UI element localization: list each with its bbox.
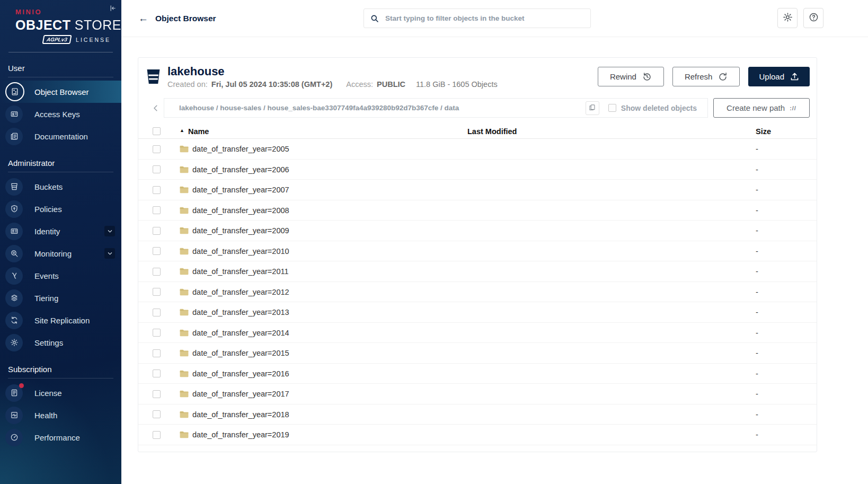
object-size: - xyxy=(746,165,817,174)
row-checkbox[interactable] xyxy=(153,410,161,418)
agpl-badge: AGPLv3 xyxy=(42,35,72,44)
folder-icon xyxy=(180,207,189,214)
sidebar-item-documentation[interactable]: Documentation xyxy=(0,125,121,147)
object-name[interactable]: date_of_transfer_year=2011 xyxy=(192,267,289,276)
row-checkbox[interactable] xyxy=(153,431,161,439)
sidebar-item-label: Events xyxy=(34,271,59,280)
folder-icon xyxy=(180,390,189,398)
upload-button[interactable]: Upload xyxy=(748,67,810,86)
path-toolbar: lakehouse / house-sales / house_sales-ba… xyxy=(152,98,810,118)
table-row: date_of_transfer_year=2006- xyxy=(138,160,817,180)
object-name[interactable]: date_of_transfer_year=2017 xyxy=(192,390,289,398)
bucket-meta: Created on: Fri, Jul 05 2024 10:35:08 (G… xyxy=(167,80,498,89)
row-checkbox[interactable] xyxy=(153,349,161,357)
sidebar-item-tiering[interactable]: Tiering xyxy=(0,287,121,309)
object-name[interactable]: date_of_transfer_year=2006 xyxy=(192,165,289,174)
settings-button[interactable] xyxy=(777,8,798,28)
object-name[interactable]: date_of_transfer_year=2016 xyxy=(192,369,289,378)
folder-icon xyxy=(180,431,189,438)
bucket-actions: Rewind Refresh Upload xyxy=(598,67,810,86)
object-browser-icon xyxy=(5,82,24,101)
table-row: date_of_transfer_year=2009- xyxy=(138,221,817,241)
sidebar-item-performance[interactable]: Performance xyxy=(0,426,121,448)
sidebar-item-identity[interactable]: Identity xyxy=(0,220,121,242)
sidebar-item-settings[interactable]: Settings xyxy=(0,331,121,354)
object-name[interactable]: date_of_transfer_year=2014 xyxy=(192,329,289,337)
row-checkbox[interactable] xyxy=(153,309,161,316)
object-size: - xyxy=(746,288,817,296)
search-icon xyxy=(370,14,379,23)
object-name[interactable]: date_of_transfer_year=2018 xyxy=(192,410,289,419)
object-name[interactable]: date_of_transfer_year=2010 xyxy=(192,247,289,256)
row-checkbox[interactable] xyxy=(153,288,161,296)
sidebar-item-label: Performance xyxy=(34,433,80,442)
row-checkbox[interactable] xyxy=(153,390,161,398)
row-checkbox[interactable] xyxy=(153,369,161,377)
column-last-modified[interactable]: Last Modified xyxy=(459,127,746,136)
row-checkbox[interactable] xyxy=(153,165,161,173)
object-name[interactable]: date_of_transfer_year=2009 xyxy=(192,226,289,235)
row-checkbox[interactable] xyxy=(153,227,161,235)
object-name[interactable]: date_of_transfer_year=2019 xyxy=(192,430,289,439)
object-name[interactable]: date_of_transfer_year=2008 xyxy=(192,206,289,215)
health-icon xyxy=(5,407,23,424)
chevron-down-icon[interactable] xyxy=(104,248,115,259)
sidebar-item-label: Policies xyxy=(34,205,62,214)
sidebar-item-license[interactable]: License xyxy=(0,382,121,404)
row-checkbox[interactable] xyxy=(153,329,161,337)
table-row: date_of_transfer_year=2012- xyxy=(138,282,817,303)
sidebar-item-object-browser[interactable]: Object Browser xyxy=(0,81,121,103)
table-row: date_of_transfer_year=2016- xyxy=(138,364,817,384)
show-deleted-checkbox[interactable] xyxy=(608,104,616,112)
top-header: ← Object Browser xyxy=(121,0,868,37)
upload-icon xyxy=(790,72,799,81)
monitoring-icon xyxy=(5,245,23,262)
app-logo: MINIO OBJECT STORE AGPLv3 LICENSE xyxy=(0,0,121,44)
created-value: Fri, Jul 05 2024 10:35:08 (GMT+2) xyxy=(211,80,332,89)
chevron-left-icon[interactable] xyxy=(152,104,164,112)
sidebar-item-health[interactable]: Health xyxy=(0,404,121,426)
back-button[interactable]: ← xyxy=(138,13,148,23)
create-new-path-button[interactable]: Create new path :// xyxy=(713,98,810,118)
settings-icon xyxy=(5,334,23,351)
search-input[interactable] xyxy=(384,14,584,23)
sidebar-item-label: Access Keys xyxy=(34,110,80,119)
copy-path-button[interactable] xyxy=(586,101,599,115)
object-name[interactable]: date_of_transfer_year=2013 xyxy=(192,308,289,316)
folder-icon xyxy=(180,309,189,316)
sidebar-item-events[interactable]: Events xyxy=(0,265,121,287)
folder-icon xyxy=(180,288,189,296)
select-all-checkbox[interactable] xyxy=(153,127,161,135)
table-row: date_of_transfer_year=2019- xyxy=(138,425,817,445)
sidebar-item-label: Site Replication xyxy=(34,316,90,325)
sidebar-item-monitoring[interactable]: Monitoring xyxy=(0,242,121,265)
refresh-button[interactable]: Refresh xyxy=(672,67,740,86)
divider xyxy=(8,77,113,77)
show-deleted-label: Show deleted objects xyxy=(621,104,697,112)
column-size[interactable]: Size xyxy=(746,127,817,136)
row-checkbox[interactable] xyxy=(153,247,161,255)
help-button[interactable] xyxy=(803,8,823,28)
product-name: OBJECT STORE xyxy=(15,17,112,33)
row-checkbox[interactable] xyxy=(153,268,161,276)
sidebar-item-access-keys[interactable]: Access Keys xyxy=(0,103,121,125)
sidebar-item-site-replication[interactable]: Site Replication xyxy=(0,309,121,331)
object-size: - xyxy=(746,329,817,337)
row-checkbox[interactable] xyxy=(153,145,161,153)
object-name[interactable]: date_of_transfer_year=2007 xyxy=(192,186,289,194)
sidebar-item-label: Tiering xyxy=(34,294,58,303)
sort-asc-icon[interactable]: ▲ xyxy=(180,128,184,133)
breadcrumb[interactable]: lakehouse / house-sales / house_sales-ba… xyxy=(179,104,586,112)
object-name[interactable]: date_of_transfer_year=2012 xyxy=(192,288,289,296)
object-name[interactable]: date_of_transfer_year=2005 xyxy=(192,145,289,153)
rewind-button[interactable]: Rewind xyxy=(598,67,664,86)
collapse-sidebar-icon[interactable] xyxy=(108,3,118,15)
sidebar-item-buckets[interactable]: Buckets xyxy=(0,175,121,198)
sidebar-item-policies[interactable]: Policies xyxy=(0,198,121,220)
row-checkbox[interactable] xyxy=(153,186,161,194)
row-checkbox[interactable] xyxy=(153,206,161,214)
object-name[interactable]: date_of_transfer_year=2015 xyxy=(192,349,289,357)
column-name[interactable]: Name xyxy=(188,127,209,136)
chevron-down-icon[interactable] xyxy=(104,226,115,236)
object-size: - xyxy=(746,186,817,194)
